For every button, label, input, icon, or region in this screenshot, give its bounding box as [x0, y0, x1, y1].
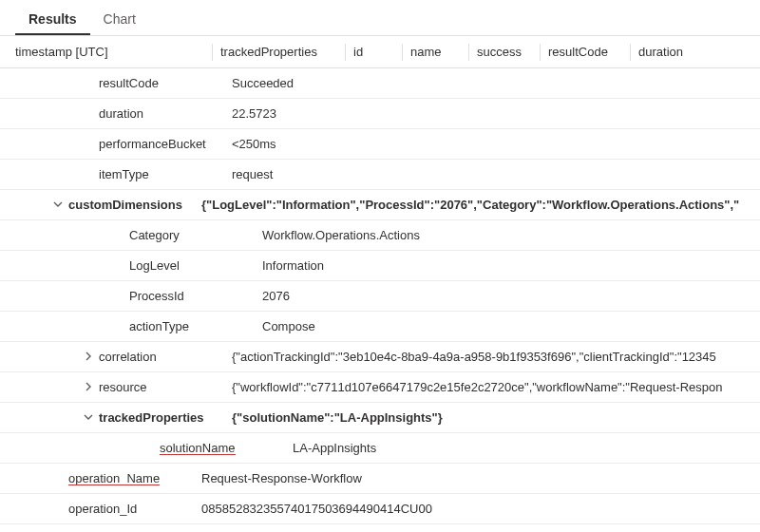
col-resultCode[interactable]: resultCode [541, 44, 631, 61]
row-key: LogLevel [129, 258, 262, 273]
col-duration[interactable]: duration [631, 44, 707, 61]
chevron-right-icon[interactable] [78, 352, 99, 363]
row-value: {"workflowId":"c7711d107e6647179c2e15fe2… [232, 380, 760, 394]
row-value: 08585283235574017503694490414CU00 [201, 502, 760, 516]
row-performanceBucket[interactable]: performanceBucket <250ms [0, 129, 760, 160]
col-id[interactable]: id [346, 44, 403, 61]
row-key: resultCode [99, 76, 232, 90]
row-key: duration [99, 106, 232, 121]
chevron-right-icon[interactable] [78, 382, 99, 393]
row-key: performanceBucket [99, 137, 232, 151]
row-logLevel[interactable]: LogLevel Information [0, 251, 760, 281]
row-key: itemType [99, 167, 232, 181]
row-category[interactable]: Category Workflow.Operations.Actions [0, 220, 760, 251]
row-value: Succeeded [232, 76, 760, 90]
row-solutionName[interactable]: solutionName LA-AppInsights [0, 433, 760, 464]
row-itemType[interactable]: itemType request [0, 160, 760, 190]
row-operationId[interactable]: operation_Id 085852832355740175036944904… [0, 494, 760, 524]
row-resource[interactable]: resource {"workflowId":"c7711d107e664717… [0, 372, 760, 403]
highlight-underline: solutionName [160, 441, 236, 455]
row-resultCode[interactable]: resultCode Succeeded [0, 68, 760, 99]
row-key: operation_Name [68, 471, 201, 485]
row-value: Workflow.Operations.Actions [262, 228, 760, 242]
row-value: Compose [262, 319, 760, 333]
row-processId[interactable]: ProcessId 2076 [0, 281, 760, 312]
row-key: correlation [99, 350, 232, 364]
row-key: actionType [129, 319, 262, 333]
row-actionType[interactable]: actionType Compose [0, 312, 760, 342]
row-value: LA-AppInsights [293, 441, 760, 455]
row-operationName[interactable]: operation_Name Request-Response-Workflow [0, 464, 760, 494]
row-value: request [232, 167, 760, 181]
row-key: ProcessId [129, 289, 262, 303]
row-key: operation_Id [68, 502, 201, 516]
row-customDimensions[interactable]: customDimensions {"LogLevel":"Informatio… [0, 190, 760, 220]
row-value: <250ms [232, 137, 760, 151]
chevron-down-icon[interactable] [48, 200, 68, 211]
row-value: Request-Response-Workflow [201, 471, 760, 485]
row-key: solutionName [160, 441, 293, 455]
col-name[interactable]: name [403, 44, 469, 61]
column-headers: timestamp [UTC] trackedProperties id nam… [0, 36, 760, 68]
row-value: Information [262, 258, 760, 273]
row-correlation[interactable]: correlation {"actionTrackingId":"3eb10e4… [0, 342, 760, 372]
chevron-down-icon[interactable] [78, 412, 99, 424]
row-value: {"solutionName":"LA-AppInsights"} [232, 410, 760, 425]
result-rows: resultCode Succeeded duration 22.5723 pe… [0, 68, 760, 524]
highlight-underline: operation_Name [68, 471, 160, 485]
row-duration[interactable]: duration 22.5723 [0, 99, 760, 129]
row-value: {"LogLevel":"Information","ProcessId":"2… [201, 198, 760, 212]
tab-results[interactable]: Results [15, 4, 90, 35]
row-key: resource [99, 380, 232, 394]
result-tabs: Results Chart [0, 0, 760, 36]
row-value: 2076 [262, 289, 760, 303]
col-timestamp[interactable]: timestamp [UTC] [13, 44, 213, 61]
row-key: trackedProperties [99, 410, 232, 425]
row-key: Category [129, 228, 262, 242]
row-value: {"actionTrackingId":"3eb10e4c-8ba9-4a9a-… [232, 350, 760, 364]
tab-chart[interactable]: Chart [90, 4, 149, 35]
row-value: 22.5723 [232, 106, 760, 121]
row-trackedProperties[interactable]: trackedProperties {"solutionName":"LA-Ap… [0, 403, 760, 433]
col-trackedProperties[interactable]: trackedProperties [213, 44, 346, 61]
col-success[interactable]: success [469, 44, 541, 61]
row-key: customDimensions [68, 198, 201, 212]
